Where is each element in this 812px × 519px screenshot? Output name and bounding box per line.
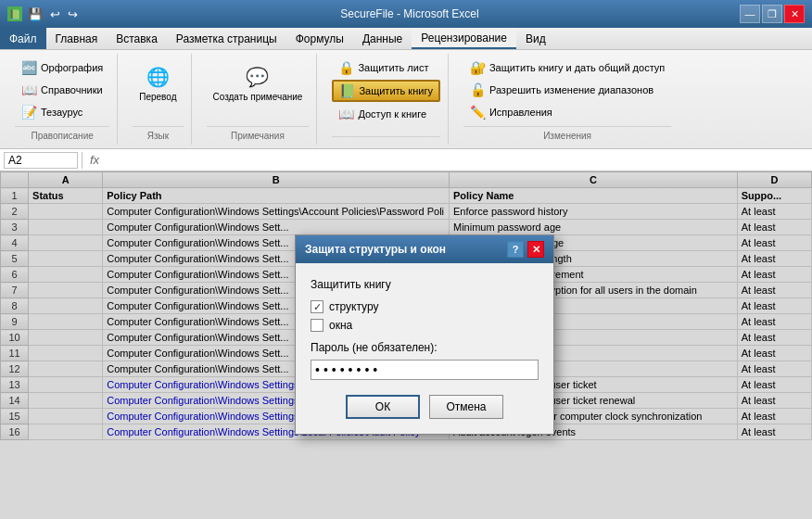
formula-bar: A2 fx — [0, 149, 812, 171]
password-field[interactable]: •••••••• — [311, 360, 539, 380]
redo-quick-btn[interactable]: ↪ — [68, 7, 78, 21]
password-label: Пароль (не обязателен): — [311, 341, 539, 354]
menu-insert[interactable]: Вставка — [107, 28, 167, 49]
window-title: SecureFile - Microsoft Excel — [80, 7, 740, 20]
protect-share-icon: 🔐 — [470, 60, 486, 75]
translate-label: Перевод — [139, 92, 176, 102]
spellcheck-buttons: 🔤 Орфография 📖 Справочники 📝 Тезаурус — [15, 57, 109, 122]
spellcheck-icon: 🔤 — [21, 60, 37, 75]
dialog-overlay: Защита структуры и окон ? ✕ Защитить кни… — [0, 171, 812, 519]
protect-sheet-btn[interactable]: 🔒 Защитить лист — [332, 57, 440, 78]
ok-btn[interactable]: ОК — [346, 395, 420, 419]
windows-label: окна — [329, 319, 352, 332]
thesaurus-icon: 📝 — [21, 105, 37, 120]
track-changes-label: Исправления — [489, 107, 552, 118]
add-comment-btn[interactable]: 💬 Создать примечание — [207, 57, 310, 107]
comment-icon: 💬 — [243, 62, 273, 92]
references-btn[interactable]: 📖 Справочники — [15, 80, 109, 100]
ribbon: 🔤 Орфография 📖 Справочники 📝 Тезаурус Пр… — [0, 50, 812, 149]
protect-buttons: 🔒 Защитить лист 📗 Защитить книгу 📖 Досту… — [332, 57, 440, 124]
dialog-title-controls: ? ✕ — [507, 241, 544, 258]
comments-group-label: Примечания — [207, 126, 310, 141]
protect-sheet-icon: 🔒 — [338, 60, 354, 75]
structure-label: структуру — [329, 300, 378, 313]
app-icon: 📗 — [7, 6, 22, 21]
translate-btn[interactable]: 🌐 Перевод — [133, 57, 183, 107]
menu-home[interactable]: Главная — [46, 28, 108, 49]
title-bar-left: 📗 💾 ↩ ↪ — [7, 6, 80, 21]
thesaurus-btn[interactable]: 📝 Тезаурус — [15, 102, 109, 122]
protect-sheet-label: Защитить лист — [358, 62, 428, 73]
save-quick-btn[interactable]: 💾 — [28, 7, 43, 21]
menu-data[interactable]: Данные — [353, 28, 412, 49]
formula-input[interactable] — [103, 152, 808, 169]
windows-checkbox[interactable] — [311, 319, 324, 332]
undo-quick-btn[interactable]: ↩ — [50, 7, 60, 21]
protect-share-label: Защитить книгу и дать общий доступ — [489, 62, 665, 73]
fx-label: fx — [90, 153, 99, 167]
title-bar: 📗 💾 ↩ ↪ SecureFile - Microsoft Excel — ❐… — [0, 0, 812, 28]
spellcheck-btn[interactable]: 🔤 Орфография — [15, 57, 109, 78]
references-icon: 📖 — [21, 82, 37, 97]
references-label: Справочники — [41, 84, 103, 95]
dialog-body: Защитить книгу структуру окна Пароль (не… — [296, 263, 553, 434]
changes-group-label: Изменения — [463, 126, 671, 141]
window-controls: — ❐ ✕ — [740, 5, 805, 23]
structure-checkbox[interactable] — [311, 300, 324, 313]
share-book-icon: 📖 — [338, 107, 354, 121]
changes-buttons: 🔐 Защитить книгу и дать общий доступ 🔓 Р… — [463, 57, 671, 122]
dialog-section-label: Защитить книгу — [311, 278, 539, 291]
spellcheck-group-label: Правописание — [15, 126, 109, 141]
name-box[interactable]: A2 — [4, 152, 78, 169]
close-btn[interactable]: ✕ — [784, 5, 805, 23]
ribbon-group-language: 🌐 Перевод Язык — [125, 54, 191, 145]
track-changes-btn[interactable]: ✏️ Исправления — [463, 102, 671, 122]
protect-share-btn[interactable]: 🔐 Защитить книгу и дать общий доступ — [463, 57, 671, 78]
structure-checkbox-row: структуру — [311, 300, 539, 313]
ribbon-group-comments: 💬 Создать примечание Примечания — [199, 54, 318, 145]
dialog-actions: ОК Отмена — [311, 395, 539, 419]
thesaurus-label: Тезаурус — [41, 107, 82, 118]
language-group-label: Язык — [133, 126, 183, 141]
ribbon-group-protect: 🔒 Защитить лист 📗 Защитить книгу 📖 Досту… — [324, 54, 449, 145]
cancel-btn[interactable]: Отмена — [429, 395, 503, 419]
formula-divider — [82, 152, 82, 169]
allow-ranges-icon: 🔓 — [470, 82, 486, 97]
track-changes-icon: ✏️ — [470, 105, 486, 120]
restore-btn[interactable]: ❐ — [762, 5, 782, 23]
share-book-btn[interactable]: 📖 Доступ к книге — [332, 104, 440, 124]
menu-review[interactable]: Рецензирование — [412, 28, 516, 49]
allow-ranges-label: Разрешить изменение диапазонов — [489, 84, 653, 95]
minimize-btn[interactable]: — — [740, 5, 760, 23]
windows-checkbox-row: окна — [311, 319, 539, 332]
translate-icon: 🌐 — [143, 62, 172, 92]
menu-bar: Файл Главная Вставка Разметка страницы Ф… — [0, 28, 812, 50]
menu-formulas[interactable]: Формулы — [286, 28, 353, 49]
spellcheck-label: Орфография — [41, 62, 103, 73]
protect-group-label — [332, 136, 440, 141]
dialog-close-btn[interactable]: ✕ — [527, 241, 544, 258]
menu-view[interactable]: Вид — [516, 28, 555, 49]
add-comment-label: Создать примечание — [213, 92, 303, 102]
dialog-help-btn[interactable]: ? — [507, 241, 524, 258]
share-book-label: Доступ к книге — [358, 108, 426, 120]
main-content: A B C D 1 Status Policy Path Policy Name… — [0, 171, 812, 519]
protect-book-label: Защитить книгу — [359, 85, 433, 96]
protect-dialog: Защита структуры и окон ? ✕ Защитить кни… — [295, 234, 554, 435]
dialog-title-bar: Защита структуры и окон ? ✕ — [296, 235, 553, 263]
ribbon-group-spellcheck: 🔤 Орфография 📖 Справочники 📝 Тезаурус Пр… — [7, 54, 118, 145]
protect-book-btn[interactable]: 📗 Защитить книгу — [332, 80, 440, 102]
menu-page-layout[interactable]: Разметка страницы — [167, 28, 286, 49]
allow-ranges-btn[interactable]: 🔓 Разрешить изменение диапазонов — [463, 80, 671, 100]
dialog-title-text: Защита структуры и окон — [305, 243, 446, 256]
ribbon-group-changes: 🔐 Защитить книгу и дать общий доступ 🔓 Р… — [456, 54, 679, 145]
protect-book-icon: 📗 — [339, 83, 355, 98]
quick-access: 📗 💾 ↩ ↪ — [7, 6, 80, 21]
menu-file[interactable]: Файл — [0, 28, 46, 49]
